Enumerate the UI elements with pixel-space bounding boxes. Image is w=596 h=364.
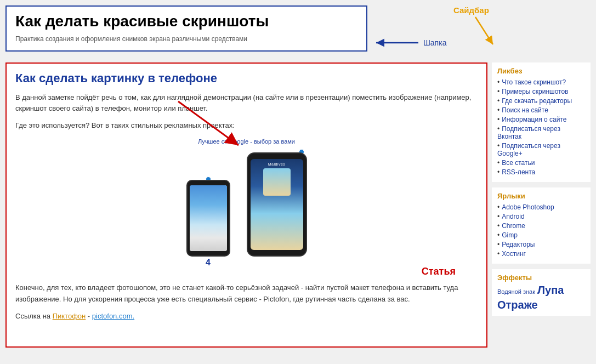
google-ad-text: Лучшее от Google - выбор за вами	[15, 138, 478, 145]
article-text-4: Ссылка на Пиктофон - pictofon.com.	[15, 311, 478, 322]
phone-small-body	[186, 180, 230, 257]
article-text-1: В данной заметке пойдёт речь о том, как …	[15, 92, 478, 115]
header-subtitle: Практика создания и оформления снимков э…	[15, 35, 357, 43]
list-item: Android	[497, 213, 585, 220]
page-title: Как делать красивые скриншоты	[15, 12, 357, 31]
sidebar-link[interactable]: Все статьи	[502, 159, 535, 167]
sidebar-link[interactable]: Подписаться через Вконтак	[497, 125, 560, 140]
phone-screen-2: Maldives	[251, 159, 303, 250]
sidebar-link-gimp[interactable]: Gimp	[502, 231, 518, 239]
google-ad-text-content: Лучшее от Google - выбор за вами	[198, 138, 295, 145]
google-ad-label: Лучшее от Google - выбор за вами	[198, 138, 295, 145]
phone-area: Лучшее от Google - выбор за вами	[15, 138, 478, 258]
list-item: Примеры скриншотов	[497, 88, 585, 95]
text4-prefix: Ссылка на	[15, 312, 53, 320]
list-item: Редакторы	[497, 241, 585, 248]
shapka-arrow-area: Шапка	[372, 37, 446, 48]
sidebar-title-likbez: Ликбез	[497, 67, 585, 75]
sidebar-section-effects: Эффекты Водяной знак Лупа Отраже	[492, 269, 591, 316]
effect-link-1[interactable]: Водяной знак	[497, 288, 535, 295]
sidebar-title-yarlyki: Ярлыки	[497, 192, 585, 200]
sidebar-link-editors[interactable]: Редакторы	[502, 241, 535, 248]
effects-row: Водяной знак Лупа Отраже	[497, 284, 585, 311]
effect-link-3[interactable]: Отраже	[497, 299, 538, 311]
list-item: Хостинг	[497, 250, 585, 258]
sidebar-link[interactable]: Поиск на сайте	[502, 106, 548, 114]
phone-large: Maldives 7	[244, 152, 310, 257]
list-item: Adobe Photoshop	[497, 203, 585, 211]
sidebar-effects-label: Эффекты	[497, 274, 532, 282]
effect-small-1: Водяной знак	[497, 288, 535, 295]
article-title: Как сделать картинку в телефоне	[15, 71, 478, 86]
sidebar-link[interactable]: Где скачать редакторы	[502, 97, 572, 105]
list-item: Где скачать редакторы	[497, 97, 585, 105]
blue-arrow-icon	[372, 37, 421, 48]
sidebar-section-likbez: Ликбез Что такое скриншот? Примеры скрин…	[492, 62, 591, 182]
sidebar-label-area: Сайдбар	[453, 5, 497, 49]
phones-wrapper: 4 Maldives 7	[184, 148, 310, 257]
list-item: RSS-лента	[497, 168, 585, 176]
list-item: Все статьи	[497, 159, 585, 167]
main-layout: Как сделать картинку в телефоне В данной…	[5, 62, 591, 348]
article-text-2: Где это используется? Вот в таких стильн…	[15, 120, 478, 132]
sidebar-link[interactable]: Информация о сайте	[502, 116, 566, 123]
sidebar-link[interactable]: Что такое скриншот?	[502, 78, 566, 86]
sidebar-arrow-icon	[453, 16, 497, 49]
sidebar-list-yarlyki: Adobe Photoshop Android Chrome Gimp Реда…	[497, 203, 585, 258]
list-item: Поиск на сайте	[497, 106, 585, 114]
sidebar-section-yarlyki: Ярлыки Adobe Photoshop Android Chrome Gi…	[492, 187, 591, 264]
header-box: Как делать красивые скриншоты Практика с…	[5, 5, 367, 52]
google-ad-link[interactable]: Лучшее от Google - выбор за вами	[198, 138, 295, 145]
list-item: Gimp	[497, 231, 585, 239]
phone-screen-1	[190, 185, 227, 251]
svg-line-1	[475, 17, 493, 44]
sidebar-link[interactable]: Подписаться через Google+	[497, 142, 560, 157]
sidebar-yarlyki-label: Ярлыки	[497, 192, 525, 200]
sidebar-link-android[interactable]: Android	[502, 213, 524, 220]
sidebar-link[interactable]: Примеры скриншотов	[502, 88, 568, 95]
pictofon-link[interactable]: pictofon.com.	[92, 312, 134, 320]
statya-label: Статья	[422, 266, 456, 277]
phones-container: 4 Maldives 7	[184, 152, 310, 257]
page-wrapper: Как делать красивые скриншоты Практика с…	[5, 5, 591, 348]
list-item: Chrome	[497, 222, 585, 230]
phone-large-body: Maldives 7	[247, 152, 307, 257]
piktofon-label: Пиктофон	[53, 312, 86, 320]
sidebar-list-likbez: Что такое скриншот? Примеры скриншотов Г…	[497, 78, 585, 176]
sidebar-label: Сайдбар	[453, 5, 489, 15]
list-item: Информация о сайте	[497, 116, 585, 123]
piktofon-link[interactable]: Пиктофон	[53, 312, 86, 320]
sidebar-likbez-label: Ликбез	[497, 67, 522, 75]
sidebar-link-hosting[interactable]: Хостинг	[502, 250, 526, 258]
header-area: Как делать красивые скриншоты Практика с…	[5, 5, 367, 57]
list-item: Подписаться через Google+	[497, 142, 585, 157]
maldives-label: Maldives	[268, 162, 286, 166]
text4-suffix: -	[86, 312, 92, 320]
statya-area: Статья	[15, 266, 478, 282]
sidebar-link-photoshop[interactable]: Adobe Photoshop	[502, 203, 554, 211]
sidebar: Ликбез Что такое скриншот? Примеры скрин…	[492, 62, 591, 316]
maldives-image	[263, 168, 291, 196]
sidebar-link-chrome[interactable]: Chrome	[502, 222, 525, 230]
article-text-3: Конечно, для тех, кто владеет фотошопом,…	[15, 282, 478, 305]
article-box: Как сделать картинку в телефоне В данной…	[5, 62, 487, 348]
effect-large-1: Лупа	[537, 284, 564, 297]
pictofon-link-text: pictofon.com.	[92, 312, 134, 320]
shapka-label: Шапка	[423, 38, 446, 47]
list-item: Подписаться через Вконтак	[497, 125, 585, 140]
phone-small: 4	[184, 180, 233, 257]
list-item: Что такое скриншот?	[497, 78, 585, 86]
effect-large-2: Отраже	[497, 299, 538, 311]
sidebar-title-effects: Эффекты	[497, 274, 585, 282]
sidebar-link[interactable]: RSS-лента	[502, 168, 535, 176]
effect-link-2[interactable]: Лупа	[537, 284, 564, 296]
